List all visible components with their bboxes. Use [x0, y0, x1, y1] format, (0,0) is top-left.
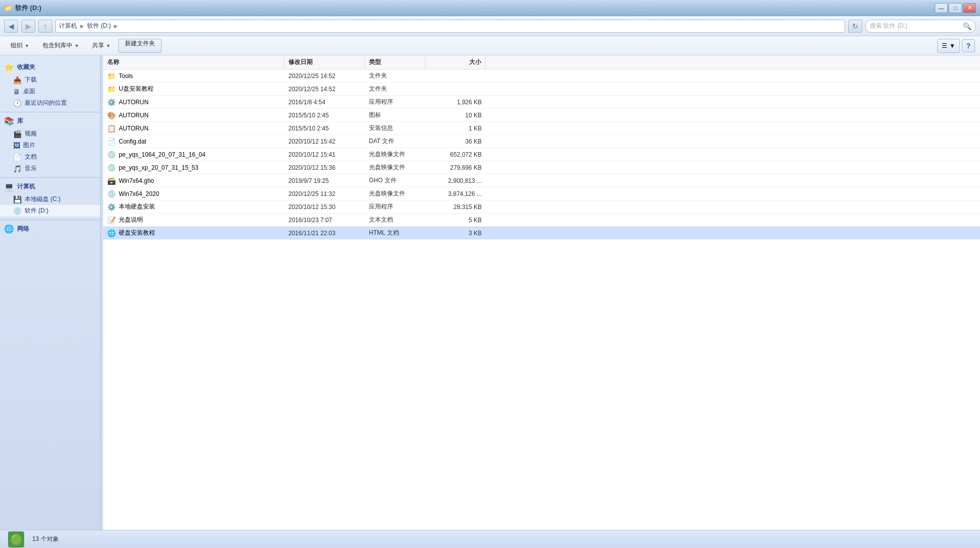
table-row[interactable]: 🎨 AUTORUN 2015/5/10 2:45 图标 10 KB [103, 109, 980, 122]
forward-button[interactable]: ▶ [21, 20, 35, 33]
col-header-size[interactable]: 大小 [425, 55, 486, 69]
file-name: 📁 Tools [103, 72, 284, 80]
table-row[interactable]: 📝 光盘说明 2016/10/23 7:07 文本文档 5 KB [103, 214, 980, 227]
file-icon: 📁 [107, 85, 116, 93]
sidebar-item-desktop[interactable]: 🖥 桌面 [0, 86, 100, 97]
col-header-date[interactable]: 修改日期 [284, 55, 365, 69]
file-date: 2020/12/25 11:32 [284, 190, 365, 197]
sidebar-separator-1 [0, 112, 100, 112]
minimize-button[interactable]: — [935, 3, 948, 13]
table-row[interactable]: 💿 pe_yqs_xp_20_07_31_15_53 2020/10/12 15… [103, 161, 980, 174]
file-name: 📝 光盘说明 [103, 216, 284, 224]
search-icon[interactable]: 🔍 [963, 22, 971, 30]
organize-arrow-icon: ▼ [25, 43, 29, 48]
sidebar-item-c-drive[interactable]: 💾 本地磁盘 (C:) [0, 193, 100, 205]
pictures-icon: 🖼 [13, 142, 20, 150]
include-library-button[interactable]: 包含到库中 ▼ [37, 39, 85, 53]
table-row[interactable]: 📋 AUTORUN 2015/5/10 2:45 安装信息 1 KB [103, 122, 980, 135]
close-button[interactable]: ✕ [963, 3, 976, 13]
file-date: 2016/1/8 4:54 [284, 99, 365, 106]
file-icon: 💿 [107, 151, 116, 159]
file-name: ⚙️ 本地硬盘安装 [103, 202, 284, 211]
status-app-icon: 🟢 [8, 531, 24, 547]
file-date: 2015/5/10 2:45 [284, 125, 365, 132]
sidebar-library-title[interactable]: 📚 库 [0, 114, 100, 128]
file-date: 2020/10/12 15:36 [284, 164, 365, 171]
file-icon: 💿 [107, 164, 116, 172]
view-arrow-icon: ▼ [949, 42, 955, 49]
file-name: 🗃️ Win7x64.gho [103, 177, 284, 185]
library-icon: 📚 [4, 116, 14, 126]
file-name: ⚙️ AUTORUN [103, 98, 284, 106]
file-size: 36 KB [425, 138, 486, 145]
back-button[interactable]: ◀ [4, 20, 18, 33]
file-size: 279,696 KB [425, 164, 486, 171]
breadcrumb-computer[interactable]: 计算机 [59, 22, 77, 30]
toolbar: 组织 ▼ 包含到库中 ▼ 共享 ▼ 新建文件夹 ☰ ▼ ? [0, 36, 980, 55]
file-icon: 📝 [107, 216, 116, 224]
table-row[interactable]: 🗃️ Win7x64.gho 2019/9/7 19:25 GHO 文件 2,9… [103, 174, 980, 187]
sidebar-separator-3 [0, 220, 100, 220]
file-list-header: 名称 修改日期 类型 大小 [103, 55, 980, 70]
file-icon: 💿 [107, 190, 116, 198]
col-header-name[interactable]: 名称 [103, 55, 284, 69]
file-type: 文本文档 [365, 216, 425, 224]
file-icon: ⚙️ [107, 203, 116, 211]
sidebar-item-pictures[interactable]: 🖼 图片 [0, 140, 100, 151]
sidebar-item-recent[interactable]: 🕐 最近访问的位置 [0, 97, 100, 109]
sidebar-item-downloads[interactable]: 📥 下载 [0, 74, 100, 86]
sidebar-item-d-drive[interactable]: 💿 软件 (D:) [0, 205, 100, 217]
new-folder-button[interactable]: 新建文件夹 [118, 39, 162, 53]
file-name: 💿 pe_yqs_xp_20_07_31_15_53 [103, 164, 284, 172]
file-icon: 🎨 [107, 111, 116, 119]
file-area: 名称 修改日期 类型 大小 📁 Tools 2020/12/25 14:52 文… [103, 55, 980, 530]
file-size: 3 KB [425, 230, 486, 237]
d-drive-icon: 💿 [13, 207, 22, 215]
status-bar: 🟢 13 个对象 [0, 530, 980, 548]
sidebar-favorites-title[interactable]: ⭐ 收藏夹 [0, 60, 100, 74]
file-date: 2019/9/7 19:25 [284, 177, 365, 184]
sidebar-computer-title[interactable]: 💻 计算机 [0, 180, 100, 193]
sidebar-network-title[interactable]: 🌐 网络 [0, 222, 100, 236]
window-icon: 📁 [4, 4, 12, 12]
file-icon: 📄 [107, 138, 116, 146]
sidebar-item-documents[interactable]: 📄 文档 [0, 151, 100, 163]
video-icon: 🎬 [13, 130, 22, 138]
maximize-button[interactable]: □ [949, 3, 962, 13]
file-icon: 📁 [107, 72, 116, 80]
file-size: 3,874,126 ... [425, 190, 486, 197]
main-area: ⭐ 收藏夹 📥 下载 🖥 桌面 🕐 最近访问的位置 📚 库 [0, 55, 980, 530]
search-placeholder: 搜索 软件 (D:) [870, 22, 908, 30]
table-row[interactable]: 📁 Tools 2020/12/25 14:52 文件夹 [103, 70, 980, 83]
desktop-icon: 🖥 [13, 88, 20, 96]
table-row[interactable]: 💿 Win7x64_2020 2020/12/25 11:32 光盘映像文件 3… [103, 187, 980, 200]
organize-button[interactable]: 组织 ▼ [5, 39, 35, 53]
sidebar: ⭐ 收藏夹 📥 下载 🖥 桌面 🕐 最近访问的位置 📚 库 [0, 55, 101, 530]
sidebar-item-music[interactable]: 🎵 音乐 [0, 163, 100, 174]
file-size: 1 KB [425, 125, 486, 132]
breadcrumb[interactable]: 计算机 ► 软件 (D:) ► [55, 20, 845, 33]
table-row[interactable]: ⚙️ AUTORUN 2016/1/8 4:54 应用程序 1,926 KB [103, 96, 980, 109]
share-button[interactable]: 共享 ▼ [87, 39, 116, 53]
file-type: 光盘映像文件 [365, 163, 425, 172]
file-size: 2,900,813 ... [425, 177, 486, 184]
downloads-icon: 📥 [13, 76, 22, 84]
table-row[interactable]: 📄 Config.dat 2020/10/12 15:42 DAT 文件 36 … [103, 135, 980, 148]
table-row[interactable]: 🌐 硬盘安装教程 2016/11/21 22:03 HTML 文档 3 KB [103, 227, 980, 240]
file-date: 2020/12/25 14:52 [284, 86, 365, 93]
up-button[interactable]: ↑ [38, 20, 52, 33]
table-row[interactable]: 💿 pe_yqs_1064_20_07_31_16_04 2020/10/12 … [103, 148, 980, 161]
refresh-button[interactable]: ↻ [848, 20, 862, 33]
help-button[interactable]: ? [962, 39, 975, 52]
view-button[interactable]: ☰ ▼ [937, 39, 960, 53]
file-name: 💿 pe_yqs_1064_20_07_31_16_04 [103, 151, 284, 159]
table-row[interactable]: ⚙️ 本地硬盘安装 2020/10/12 15:30 应用程序 28,315 K… [103, 200, 980, 214]
sidebar-item-video[interactable]: 🎬 视频 [0, 128, 100, 140]
table-row[interactable]: 📁 U盘安装教程 2020/12/25 14:52 文件夹 [103, 83, 980, 96]
file-name: 🌐 硬盘安装教程 [103, 229, 284, 237]
file-date: 2015/5/10 2:45 [284, 112, 365, 119]
col-header-type[interactable]: 类型 [365, 55, 425, 69]
search-input[interactable]: 搜索 软件 (D:) 🔍 [865, 20, 976, 33]
file-date: 2020/10/12 15:30 [284, 203, 365, 211]
breadcrumb-drive[interactable]: 软件 (D:) [87, 22, 111, 30]
